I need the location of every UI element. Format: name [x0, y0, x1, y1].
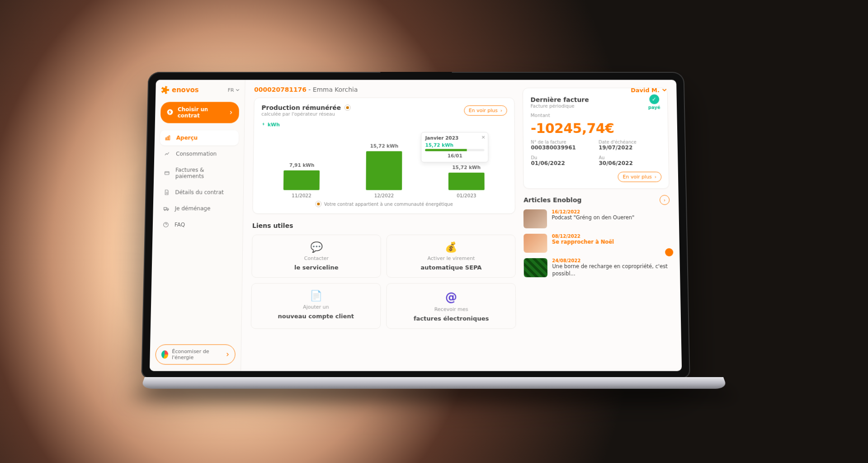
sidebar-item-demenage[interactable]: Je déménage — [158, 201, 237, 216]
language-selector[interactable]: FR — [228, 87, 240, 93]
invoice-from: 01/06/2022 — [531, 160, 593, 166]
blog-card: Articles Enoblog › 16/12/2022Podcast "Gr… — [524, 195, 671, 277]
account-sep: - — [308, 86, 313, 93]
choose-contract-label: Choisir un contrat — [178, 106, 225, 118]
post-title: Se rapprocher à Noël — [552, 239, 670, 246]
document-icon — [163, 189, 170, 195]
bolt-icon — [261, 122, 266, 128]
meter-badge-icon — [315, 201, 321, 207]
invoice-status-label: payé — [648, 105, 660, 110]
sidebar: enovos FR Choisir un contrat — [150, 80, 245, 371]
link-tile[interactable]: @Recevoir mesfactures électroniques — [386, 283, 516, 329]
post-date: 08/12/2022 — [552, 234, 670, 239]
sidebar-item-label: Consommation — [176, 151, 217, 157]
community-note-text: Votre contrat appartient à une communaut… — [324, 202, 453, 207]
svg-rect-2 — [167, 137, 168, 140]
sidebar-item-label: Je déménage — [175, 205, 211, 212]
svg-point-5 — [165, 209, 165, 210]
user-menu[interactable]: David M. — [631, 87, 667, 94]
invoice-to-label: Au — [599, 155, 661, 160]
tile-line1: Activer le virement — [427, 255, 475, 261]
bar-value-label: 7,91 kWh — [289, 162, 314, 168]
tooltip-title: Janvier 2023 — [425, 135, 485, 141]
invoice-number: 000380039961 — [531, 145, 593, 151]
svg-rect-4 — [165, 171, 169, 175]
chevron-right-icon: › — [655, 174, 657, 180]
link-tile[interactable]: 💬Contacterle serviceline — [251, 235, 381, 278]
post-thumbnail — [524, 209, 547, 228]
unit-kwh: kWh — [261, 122, 280, 128]
brand-name: enovos — [172, 86, 199, 94]
sidebar-item-apercu[interactable]: Aperçu — [160, 130, 239, 145]
community-note: Votre contrat appartient à une communaut… — [260, 201, 508, 207]
tooltip-progress — [425, 149, 485, 151]
post-thumbnail — [524, 258, 548, 277]
chevron-down-icon — [662, 87, 667, 94]
sidebar-item-consommation[interactable]: Consommation — [160, 146, 239, 162]
blog-title: Articles Enoblog — [524, 196, 582, 203]
invoice-due: 19/07/2022 — [599, 145, 661, 151]
chevron-right-icon — [229, 111, 233, 114]
unit-label: kWh — [268, 122, 280, 128]
production-subtitle: calculée par l'opérateur réseau — [261, 111, 351, 117]
chart-bar[interactable]: 15,72 kWh — [448, 165, 485, 190]
chart-bar[interactable]: 15,72 kWh — [366, 143, 402, 190]
main: David M. 000020781176 - Emma Korchia — [241, 80, 682, 371]
bar-category-label: 01/2023 — [457, 193, 476, 198]
blog-post[interactable]: 24/08/2022Une borne de recharge en copro… — [524, 258, 671, 277]
save-energy-button[interactable]: Économiser de l'énergie — [155, 345, 236, 365]
check-icon: ✓ — [649, 94, 659, 104]
tile-line1: Recevoir mes — [434, 307, 468, 312]
chevron-right-icon: › — [500, 108, 502, 113]
invoice-see-more-button[interactable]: En voir plus › — [618, 172, 661, 182]
bar-value-label: 15,72 kWh — [370, 143, 399, 149]
tile-icon: @ — [445, 290, 457, 303]
consumption-icon — [164, 151, 171, 157]
invoice-status: ✓ payé — [648, 94, 660, 110]
links-title: Liens utiles — [252, 222, 516, 229]
logo-icon — [161, 86, 169, 94]
lightning-icon — [167, 109, 173, 117]
language-label: FR — [228, 87, 234, 93]
useful-links: Liens utiles 💬Contacterle serviceline💰Ac… — [251, 222, 516, 329]
invoice-title: Dernière facture — [530, 96, 589, 103]
invoice-due-label: Date d'échéance — [599, 140, 661, 145]
tile-icon: 📄 — [310, 290, 322, 301]
see-more-label: En voir plus — [469, 108, 498, 113]
energy-ring-icon — [161, 350, 168, 359]
see-more-label: En voir plus — [623, 174, 652, 180]
production-see-more-button[interactable]: En voir plus › — [464, 105, 507, 116]
production-title: Production rémunérée — [261, 104, 341, 111]
choose-contract-button[interactable]: Choisir un contrat — [160, 102, 239, 123]
tooltip-date: 16/01 — [425, 153, 485, 158]
blog-post[interactable]: 08/12/2022Se rapprocher à Noël — [524, 234, 671, 253]
tile-line2: factures électroniques — [414, 315, 489, 322]
laptop-base — [140, 377, 727, 389]
blog-post[interactable]: 16/12/2022Podcast "Gréng on den Oueren" — [524, 209, 670, 228]
chevron-right-icon — [226, 353, 229, 356]
invoice-icon — [164, 170, 171, 176]
invoice-number-label: N° de la facture — [531, 140, 593, 145]
tile-icon: 💬 — [310, 241, 322, 253]
svg-point-6 — [167, 209, 168, 210]
account-number: 000020781176 — [254, 86, 307, 93]
sidebar-item-details[interactable]: Détails du contrat — [159, 185, 238, 200]
bar-category-label: 11/2022 — [292, 193, 311, 198]
post-title: Une borne de recharge en copropriété, c'… — [552, 263, 671, 277]
tile-line2: automatique SEPA — [420, 264, 481, 271]
moving-icon — [163, 205, 170, 212]
sidebar-item-label: FAQ — [175, 222, 185, 228]
invoice-card: Dernière facture Facture périodique ✓ pa… — [523, 88, 669, 189]
tile-line2: le serviceline — [294, 264, 339, 271]
blog-next-button[interactable]: › — [660, 195, 670, 205]
tile-line2: nouveau compte client — [278, 313, 354, 320]
link-tile[interactable]: 📄Ajouter unnouveau compte client — [251, 283, 381, 329]
sidebar-item-faq[interactable]: FAQ — [158, 217, 238, 232]
sidebar-item-factures[interactable]: Factures & paiements — [159, 162, 238, 184]
chart-bar[interactable]: 7,91 kWh — [283, 162, 320, 190]
close-icon[interactable]: × — [481, 134, 485, 140]
brand: enovos FR — [161, 86, 240, 94]
amount-label: Montant — [531, 113, 660, 118]
chevron-down-icon — [236, 88, 240, 92]
link-tile[interactable]: 💰Activer le virementautomatique SEPA — [387, 235, 516, 278]
